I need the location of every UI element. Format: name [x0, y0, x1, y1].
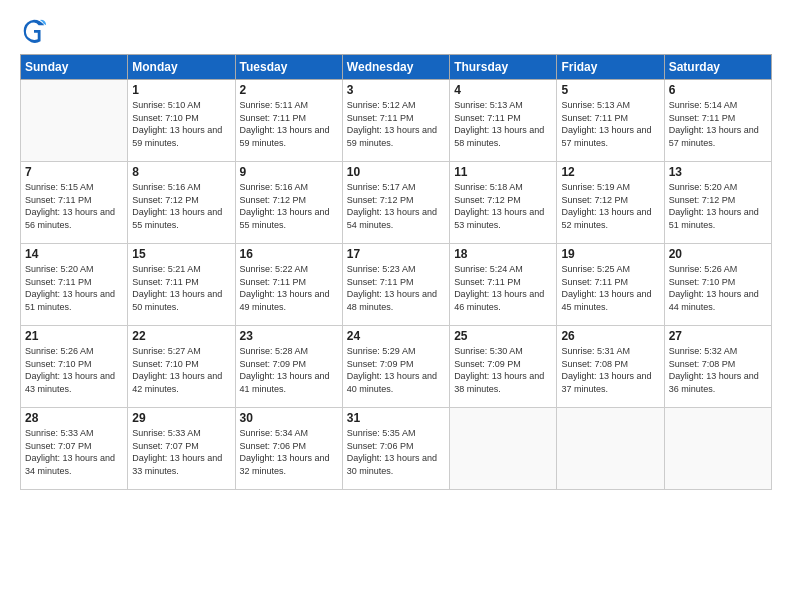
calendar-cell: 30 Sunrise: 5:34 AM Sunset: 7:06 PM Dayl… [235, 408, 342, 490]
day-info: Sunrise: 5:10 AM Sunset: 7:10 PM Dayligh… [132, 99, 230, 149]
day-number: 13 [669, 165, 767, 179]
week-row-5: 28 Sunrise: 5:33 AM Sunset: 7:07 PM Dayl… [21, 408, 772, 490]
calendar-cell: 21 Sunrise: 5:26 AM Sunset: 7:10 PM Dayl… [21, 326, 128, 408]
calendar-cell [450, 408, 557, 490]
day-number: 23 [240, 329, 338, 343]
day-number: 10 [347, 165, 445, 179]
day-info: Sunrise: 5:24 AM Sunset: 7:11 PM Dayligh… [454, 263, 552, 313]
day-number: 14 [25, 247, 123, 261]
day-info: Sunrise: 5:21 AM Sunset: 7:11 PM Dayligh… [132, 263, 230, 313]
calendar-cell: 20 Sunrise: 5:26 AM Sunset: 7:10 PM Dayl… [664, 244, 771, 326]
day-number: 31 [347, 411, 445, 425]
calendar-cell: 23 Sunrise: 5:28 AM Sunset: 7:09 PM Dayl… [235, 326, 342, 408]
day-info: Sunrise: 5:25 AM Sunset: 7:11 PM Dayligh… [561, 263, 659, 313]
calendar-cell: 31 Sunrise: 5:35 AM Sunset: 7:06 PM Dayl… [342, 408, 449, 490]
column-header-monday: Monday [128, 55, 235, 80]
day-info: Sunrise: 5:23 AM Sunset: 7:11 PM Dayligh… [347, 263, 445, 313]
day-info: Sunrise: 5:30 AM Sunset: 7:09 PM Dayligh… [454, 345, 552, 395]
day-info: Sunrise: 5:12 AM Sunset: 7:11 PM Dayligh… [347, 99, 445, 149]
calendar-cell [664, 408, 771, 490]
day-number: 11 [454, 165, 552, 179]
day-number: 24 [347, 329, 445, 343]
calendar-cell: 29 Sunrise: 5:33 AM Sunset: 7:07 PM Dayl… [128, 408, 235, 490]
day-number: 27 [669, 329, 767, 343]
calendar-cell: 10 Sunrise: 5:17 AM Sunset: 7:12 PM Dayl… [342, 162, 449, 244]
day-number: 20 [669, 247, 767, 261]
day-info: Sunrise: 5:33 AM Sunset: 7:07 PM Dayligh… [25, 427, 123, 477]
calendar-cell [557, 408, 664, 490]
day-number: 15 [132, 247, 230, 261]
column-header-sunday: Sunday [21, 55, 128, 80]
week-row-3: 14 Sunrise: 5:20 AM Sunset: 7:11 PM Dayl… [21, 244, 772, 326]
day-info: Sunrise: 5:29 AM Sunset: 7:09 PM Dayligh… [347, 345, 445, 395]
logo-icon [20, 16, 48, 44]
day-number: 4 [454, 83, 552, 97]
day-number: 6 [669, 83, 767, 97]
day-info: Sunrise: 5:22 AM Sunset: 7:11 PM Dayligh… [240, 263, 338, 313]
day-number: 9 [240, 165, 338, 179]
calendar-cell: 13 Sunrise: 5:20 AM Sunset: 7:12 PM Dayl… [664, 162, 771, 244]
day-number: 28 [25, 411, 123, 425]
calendar-cell: 26 Sunrise: 5:31 AM Sunset: 7:08 PM Dayl… [557, 326, 664, 408]
calendar-cell: 2 Sunrise: 5:11 AM Sunset: 7:11 PM Dayli… [235, 80, 342, 162]
day-info: Sunrise: 5:26 AM Sunset: 7:10 PM Dayligh… [669, 263, 767, 313]
column-header-saturday: Saturday [664, 55, 771, 80]
calendar-cell: 25 Sunrise: 5:30 AM Sunset: 7:09 PM Dayl… [450, 326, 557, 408]
column-header-tuesday: Tuesday [235, 55, 342, 80]
day-number: 22 [132, 329, 230, 343]
day-info: Sunrise: 5:16 AM Sunset: 7:12 PM Dayligh… [240, 181, 338, 231]
day-number: 30 [240, 411, 338, 425]
calendar-cell: 27 Sunrise: 5:32 AM Sunset: 7:08 PM Dayl… [664, 326, 771, 408]
day-info: Sunrise: 5:31 AM Sunset: 7:08 PM Dayligh… [561, 345, 659, 395]
week-row-1: 1 Sunrise: 5:10 AM Sunset: 7:10 PM Dayli… [21, 80, 772, 162]
day-number: 21 [25, 329, 123, 343]
week-row-4: 21 Sunrise: 5:26 AM Sunset: 7:10 PM Dayl… [21, 326, 772, 408]
calendar-cell: 4 Sunrise: 5:13 AM Sunset: 7:11 PM Dayli… [450, 80, 557, 162]
header-row: SundayMondayTuesdayWednesdayThursdayFrid… [21, 55, 772, 80]
calendar-table: SundayMondayTuesdayWednesdayThursdayFrid… [20, 54, 772, 490]
calendar-cell: 5 Sunrise: 5:13 AM Sunset: 7:11 PM Dayli… [557, 80, 664, 162]
calendar-cell: 7 Sunrise: 5:15 AM Sunset: 7:11 PM Dayli… [21, 162, 128, 244]
week-row-2: 7 Sunrise: 5:15 AM Sunset: 7:11 PM Dayli… [21, 162, 772, 244]
day-number: 8 [132, 165, 230, 179]
day-info: Sunrise: 5:34 AM Sunset: 7:06 PM Dayligh… [240, 427, 338, 477]
day-info: Sunrise: 5:28 AM Sunset: 7:09 PM Dayligh… [240, 345, 338, 395]
logo [20, 16, 52, 44]
calendar-cell [21, 80, 128, 162]
calendar-cell: 11 Sunrise: 5:18 AM Sunset: 7:12 PM Dayl… [450, 162, 557, 244]
calendar-cell: 6 Sunrise: 5:14 AM Sunset: 7:11 PM Dayli… [664, 80, 771, 162]
day-info: Sunrise: 5:13 AM Sunset: 7:11 PM Dayligh… [454, 99, 552, 149]
calendar-cell: 15 Sunrise: 5:21 AM Sunset: 7:11 PM Dayl… [128, 244, 235, 326]
column-header-thursday: Thursday [450, 55, 557, 80]
day-info: Sunrise: 5:16 AM Sunset: 7:12 PM Dayligh… [132, 181, 230, 231]
day-info: Sunrise: 5:13 AM Sunset: 7:11 PM Dayligh… [561, 99, 659, 149]
day-info: Sunrise: 5:20 AM Sunset: 7:12 PM Dayligh… [669, 181, 767, 231]
day-number: 16 [240, 247, 338, 261]
calendar-cell: 18 Sunrise: 5:24 AM Sunset: 7:11 PM Dayl… [450, 244, 557, 326]
page: SundayMondayTuesdayWednesdayThursdayFrid… [0, 0, 792, 612]
day-info: Sunrise: 5:35 AM Sunset: 7:06 PM Dayligh… [347, 427, 445, 477]
day-number: 2 [240, 83, 338, 97]
column-header-wednesday: Wednesday [342, 55, 449, 80]
day-info: Sunrise: 5:18 AM Sunset: 7:12 PM Dayligh… [454, 181, 552, 231]
day-number: 19 [561, 247, 659, 261]
day-number: 3 [347, 83, 445, 97]
day-info: Sunrise: 5:17 AM Sunset: 7:12 PM Dayligh… [347, 181, 445, 231]
day-number: 7 [25, 165, 123, 179]
day-info: Sunrise: 5:32 AM Sunset: 7:08 PM Dayligh… [669, 345, 767, 395]
calendar-cell: 28 Sunrise: 5:33 AM Sunset: 7:07 PM Dayl… [21, 408, 128, 490]
calendar-cell: 22 Sunrise: 5:27 AM Sunset: 7:10 PM Dayl… [128, 326, 235, 408]
day-number: 17 [347, 247, 445, 261]
day-info: Sunrise: 5:19 AM Sunset: 7:12 PM Dayligh… [561, 181, 659, 231]
day-number: 26 [561, 329, 659, 343]
calendar-cell: 12 Sunrise: 5:19 AM Sunset: 7:12 PM Dayl… [557, 162, 664, 244]
column-header-friday: Friday [557, 55, 664, 80]
calendar-cell: 1 Sunrise: 5:10 AM Sunset: 7:10 PM Dayli… [128, 80, 235, 162]
calendar-cell: 17 Sunrise: 5:23 AM Sunset: 7:11 PM Dayl… [342, 244, 449, 326]
day-number: 25 [454, 329, 552, 343]
day-number: 5 [561, 83, 659, 97]
day-number: 18 [454, 247, 552, 261]
day-info: Sunrise: 5:26 AM Sunset: 7:10 PM Dayligh… [25, 345, 123, 395]
day-number: 29 [132, 411, 230, 425]
calendar-cell: 8 Sunrise: 5:16 AM Sunset: 7:12 PM Dayli… [128, 162, 235, 244]
